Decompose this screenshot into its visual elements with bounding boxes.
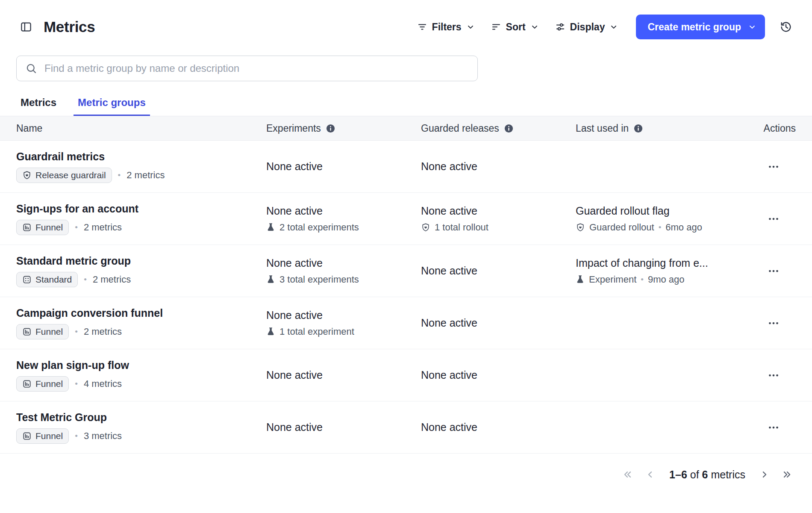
metric-count: 4 metrics xyxy=(84,378,122,389)
chevron-down-icon xyxy=(530,23,539,31)
chevrons-left-icon xyxy=(622,469,633,480)
tab-metrics[interactable]: Metrics xyxy=(16,95,61,116)
search-icon xyxy=(25,62,37,74)
info-icon[interactable] xyxy=(633,124,643,133)
metric-meta: Funnel•3 metrics xyxy=(16,428,266,444)
badge-label: Funnel xyxy=(35,222,63,233)
metric-meta: Funnel•2 metrics xyxy=(16,220,266,235)
metric-group-name[interactable]: Campaign conversion funnel xyxy=(16,307,266,319)
display-button[interactable]: Display xyxy=(553,18,621,36)
row-actions-button[interactable] xyxy=(762,418,785,437)
create-metric-group-button[interactable]: Create metric group xyxy=(636,15,765,39)
row-actions-button[interactable] xyxy=(762,314,785,333)
filters-button[interactable]: Filters xyxy=(415,18,477,36)
info-icon[interactable] xyxy=(504,124,514,133)
pagination-range: 1–6 xyxy=(669,469,687,481)
chevron-down-icon xyxy=(466,23,475,31)
experiments-detail: 2 total experiments xyxy=(266,222,421,233)
ellipsis-icon xyxy=(767,265,780,277)
name-cell: Test Metric GroupFunnel•3 metrics xyxy=(16,411,266,444)
filter-icon xyxy=(417,22,427,32)
guarded-releases-detail-text: 1 total rollout xyxy=(435,222,488,233)
ellipsis-icon xyxy=(767,317,780,330)
info-icon[interactable] xyxy=(326,124,335,133)
name-cell: New plan sign-up flowFunnel•4 metrics xyxy=(16,359,266,392)
chevrons-right-icon xyxy=(781,469,792,480)
table-header: Name Experiments Guarded releases Last u… xyxy=(0,116,812,141)
row-actions-button[interactable] xyxy=(762,209,785,228)
actions-cell xyxy=(755,209,796,228)
guarded-releases-status: None active xyxy=(421,160,576,173)
prev-page-button[interactable] xyxy=(641,466,659,484)
sort-button[interactable]: Sort xyxy=(488,18,541,36)
chevron-down-icon xyxy=(609,23,618,31)
metric-group-name[interactable]: Guardrail metrics xyxy=(16,150,266,163)
metric-count: 2 metrics xyxy=(84,326,122,337)
metric-group-name[interactable]: New plan sign-up flow xyxy=(16,359,266,371)
metric-count: 2 metrics xyxy=(93,274,131,285)
experiments-cell: None active xyxy=(266,369,421,381)
type-badge: Release guardrail xyxy=(16,168,112,183)
column-header-last-used-label: Last used in xyxy=(576,123,629,134)
guarded-releases-cell: None active xyxy=(421,160,576,173)
experiments-status: None active xyxy=(266,369,421,381)
separator-dot: • xyxy=(659,223,662,232)
experiments-cell: None active2 total experiments xyxy=(266,205,421,233)
flask-icon xyxy=(266,223,275,232)
metric-meta: Standard•2 metrics xyxy=(16,272,266,287)
experiments-cell: None active xyxy=(266,421,421,433)
metric-count: 3 metrics xyxy=(84,430,122,442)
experiments-status: None active xyxy=(266,257,421,269)
experiments-status: None active xyxy=(266,421,421,433)
table-row: Campaign conversion funnelFunnel•2 metri… xyxy=(0,297,812,349)
guarded-releases-cell: None active xyxy=(421,421,576,433)
sidebar-toggle-button[interactable] xyxy=(16,17,36,37)
experiments-detail-text: 1 total experiment xyxy=(279,326,354,337)
guarded-releases-status: None active xyxy=(421,205,576,217)
search-box xyxy=(16,56,478,81)
display-label: Display xyxy=(570,21,605,33)
guarded-releases-status: None active xyxy=(421,421,576,433)
tab-metric-groups[interactable]: Metric groups xyxy=(74,95,150,116)
metric-count: 2 metrics xyxy=(84,222,122,233)
actions-cell xyxy=(755,262,796,280)
chevron-down-icon xyxy=(748,23,756,31)
row-actions-button[interactable] xyxy=(762,366,785,385)
metric-group-name[interactable]: Test Metric Group xyxy=(16,411,266,424)
pagination-total: 6 xyxy=(702,469,708,481)
name-cell: Standard metric groupStandard•2 metrics xyxy=(16,255,266,287)
search-row xyxy=(0,56,812,81)
name-cell: Campaign conversion funnelFunnel•2 metri… xyxy=(16,307,266,339)
actions-cell xyxy=(755,314,796,333)
sidebar-panel-icon xyxy=(20,21,32,33)
last-page-button[interactable] xyxy=(778,466,796,484)
row-actions-button[interactable] xyxy=(762,157,785,176)
table-row: Sign-ups for an accountFunnel•2 metricsN… xyxy=(0,193,812,245)
guarded-releases-status: None active xyxy=(421,317,576,329)
metrics-page: Metrics Filters Sort xyxy=(0,0,812,484)
type-badge: Funnel xyxy=(16,220,69,235)
standard-grid-icon xyxy=(22,275,32,284)
first-page-button[interactable] xyxy=(619,466,637,484)
last-used-title[interactable]: Guarded rollout flag xyxy=(576,205,747,217)
metric-group-name[interactable]: Sign-ups for an account xyxy=(16,203,266,215)
ellipsis-icon xyxy=(767,212,780,225)
ellipsis-icon xyxy=(767,369,780,382)
guarded-releases-status: None active xyxy=(421,265,576,277)
experiments-status: None active xyxy=(266,160,421,173)
last-used-title[interactable]: Impact of changing from e... xyxy=(576,257,747,269)
funnel-chart-icon xyxy=(22,223,32,232)
pagination-unit: metrics xyxy=(711,469,745,481)
badge-label: Funnel xyxy=(35,431,63,441)
column-header-actions: Actions xyxy=(755,123,796,134)
history-button[interactable] xyxy=(776,17,796,37)
row-actions-button[interactable] xyxy=(762,262,785,280)
next-page-button[interactable] xyxy=(756,466,774,484)
separator-dot: • xyxy=(75,223,78,232)
search-input[interactable] xyxy=(44,62,469,75)
ellipsis-icon xyxy=(767,421,780,434)
metric-group-name[interactable]: Standard metric group xyxy=(16,255,266,267)
badge-label: Funnel xyxy=(35,327,63,337)
separator-dot: • xyxy=(118,171,121,180)
tabs: Metrics Metric groups xyxy=(0,95,812,116)
